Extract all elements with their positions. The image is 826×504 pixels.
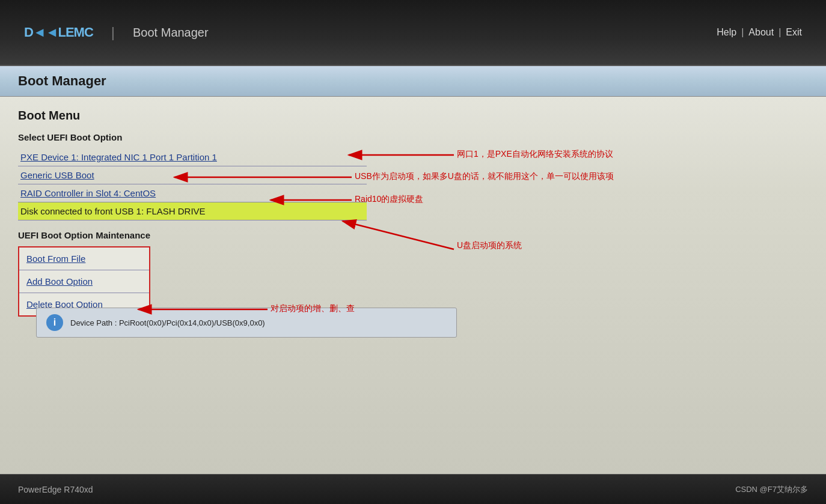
page-title: Boot Manager	[18, 73, 106, 88]
header-title: Boot Manager	[133, 26, 209, 40]
exit-link[interactable]: Exit	[786, 27, 802, 38]
subsection-uefi-title: Select UEFI Boot Option	[18, 132, 808, 142]
info-bar: i Device Path : PciRoot(0x0)/Pci(0x14,0x…	[36, 308, 457, 338]
footer-watermark: CSDN @F7艾纳尔多	[735, 484, 808, 495]
boot-option-usb[interactable]: Generic USB Boot	[18, 166, 367, 184]
info-text: Device Path : PciRoot(0x0)/Pci(0x14,0x0)…	[70, 318, 265, 327]
boot-option-raid[interactable]: RAID Controller in Slot 4: CentOS	[18, 184, 367, 202]
info-icon: i	[46, 314, 63, 331]
boot-from-file-item[interactable]: Boot From File	[19, 247, 149, 270]
logo-dell: D◄◄LEMC	[24, 25, 93, 40]
section-title: Boot Menu	[18, 109, 808, 123]
add-boot-option-item[interactable]: Add Boot Option	[19, 270, 149, 293]
maintenance-box: Boot From File Add Boot Option Delete Bo…	[18, 246, 150, 317]
help-link[interactable]: Help	[717, 27, 736, 38]
content: Boot Menu Select UEFI Boot Option PXE De…	[0, 97, 826, 383]
maintenance-title: UEFI Boot Option Maintenance	[18, 230, 808, 240]
boot-option-pxe[interactable]: PXE Device 1: Integrated NIC 1 Port 1 Pa…	[18, 148, 367, 166]
nav-sep2: |	[779, 27, 781, 38]
page-title-bar: Boot Manager	[0, 66, 826, 97]
footer-device: PowerEdge R740xd	[18, 485, 93, 494]
about-link[interactable]: About	[748, 27, 774, 38]
main-area: Boot Manager Boot Menu Select UEFI Boot …	[0, 66, 826, 474]
header-left: D◄◄LEMC | Boot Manager	[24, 24, 209, 41]
logo: D◄◄LEMC	[24, 25, 93, 40]
header: D◄◄LEMC | Boot Manager Help | About | Ex…	[0, 0, 826, 66]
nav-sep1: |	[741, 27, 744, 38]
header-divider: |	[111, 24, 115, 41]
footer: PowerEdge R740xd CSDN @F7艾纳尔多	[0, 474, 826, 504]
header-nav: Help | About | Exit	[717, 27, 802, 38]
boot-option-disk[interactable]: Disk connected to front USB 1: FLASH DRI…	[18, 202, 367, 220]
boot-options-list: PXE Device 1: Integrated NIC 1 Port 1 Pa…	[18, 148, 808, 220]
maintenance-section: UEFI Boot Option Maintenance Boot From F…	[18, 230, 808, 317]
